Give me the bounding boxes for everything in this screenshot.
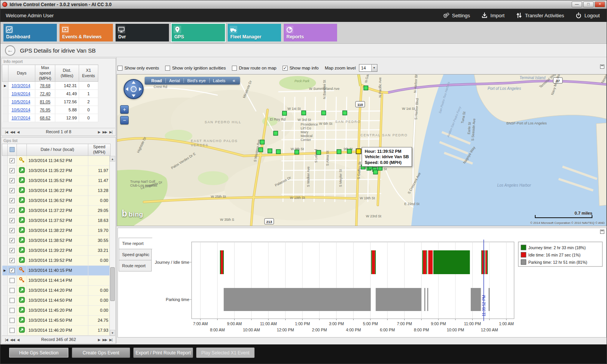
- max-speed-link[interactable]: 78.68: [35, 83, 55, 88]
- scroll-thumb[interactable]: [110, 267, 115, 301]
- last-page-button[interactable]: ▶|: [109, 338, 112, 342]
- compass-center[interactable]: [131, 86, 137, 92]
- max-speed-link[interactable]: 76.95: [35, 108, 55, 112]
- map-zoom-out-button[interactable]: −: [120, 116, 129, 124]
- column-header[interactable]: Speed(MPH): [88, 144, 111, 156]
- column-header[interactable]: Maxspeed(MPH): [35, 65, 55, 82]
- gps-marker[interactable]: [276, 150, 281, 154]
- date-link[interactable]: 10/6/2014: [12, 108, 30, 112]
- row-checkbox[interactable]: [10, 308, 15, 313]
- scroll-down-button[interactable]: ▼: [110, 330, 115, 336]
- next-page-button[interactable]: ▶: [98, 130, 100, 134]
- row-checkbox[interactable]: ✓: [10, 228, 15, 233]
- row-checkbox[interactable]: ✓: [10, 198, 15, 203]
- map-option-checkbox[interactable]: [232, 66, 237, 71]
- list-item[interactable]: ✓10/3/2014 11:35:22 PM11.97: [2, 165, 111, 175]
- gps-marker-selected[interactable]: [356, 149, 361, 154]
- gps-marker[interactable]: [364, 86, 368, 90]
- table-row[interactable]: 10/4/201472.4041.491: [2, 90, 98, 98]
- export-print-route-report-button[interactable]: Export / Print Route Report: [133, 347, 193, 358]
- list-item[interactable]: 10/3/2014 11:44:14 PM: [2, 275, 111, 285]
- bing-map[interactable]: 11021347Crest RdPeck ParkW Summerland Av…: [117, 74, 607, 226]
- map-maximize-icon[interactable]: [600, 65, 604, 69]
- list-item[interactable]: ✓10/3/2014 11:36:52 PM0.00: [2, 195, 111, 205]
- gps-list-scrollbar[interactable]: ▲ ▼: [109, 156, 115, 336]
- date-link[interactable]: 10/5/2014: [12, 99, 30, 104]
- row-checkbox[interactable]: ✓: [10, 188, 15, 193]
- list-item[interactable]: ▶✓10/3/2014 11:40:15 PM: [2, 265, 111, 275]
- nav-tab-fleet-manager[interactable]: Fleet Manager: [228, 24, 281, 41]
- pan-east-icon[interactable]: [139, 87, 142, 91]
- back-button[interactable]: ←: [5, 45, 15, 56]
- max-speed-link[interactable]: 72.40: [35, 91, 55, 96]
- tab-route-report[interactable]: Route report: [119, 260, 152, 271]
- table-row[interactable]: 10/7/201468.6212.990: [2, 114, 98, 122]
- gps-marker[interactable]: [302, 111, 306, 115]
- action-import[interactable]: Import: [481, 12, 504, 18]
- list-item[interactable]: ✓10/3/2014 11:39:52 PM0.00: [2, 255, 111, 265]
- prev-page-button[interactable]: ◀: [17, 338, 19, 342]
- gps-marker[interactable]: [337, 150, 341, 154]
- nav-tab-reports[interactable]: Reports: [284, 24, 337, 41]
- list-item[interactable]: 10/3/2014 11:46:20 PM17.93: [2, 325, 111, 335]
- row-checkbox[interactable]: ✓: [10, 248, 15, 253]
- list-item[interactable]: ✓10/3/2014 11:39:22 PM33.21: [2, 245, 111, 255]
- date-link[interactable]: 10/7/2014: [12, 116, 30, 120]
- list-item[interactable]: 10/3/2014 11:44:50 PM0.00: [2, 295, 111, 305]
- list-item[interactable]: ✓10/3/2014 11:38:52 PM30.55: [2, 235, 111, 245]
- gps-marker[interactable]: [347, 149, 352, 154]
- tab-time-report[interactable]: Time report: [119, 238, 152, 249]
- row-checkbox[interactable]: [10, 288, 15, 293]
- map-option-checkbox[interactable]: ✓: [283, 66, 288, 71]
- max-speed-link[interactable]: 68.62: [35, 116, 55, 120]
- gps-marker[interactable]: [374, 170, 378, 174]
- nav-tab-dashboard[interactable]: Dashboard: [3, 24, 57, 41]
- action-logout[interactable]: Logout: [576, 12, 600, 18]
- gps-marker[interactable]: [322, 111, 326, 115]
- column-header[interactable]: Date / hour (local): [27, 144, 88, 156]
- row-checkbox[interactable]: ✓: [10, 178, 15, 183]
- row-checkbox[interactable]: ✓: [10, 238, 15, 243]
- first-page-button[interactable]: |◀: [5, 130, 8, 134]
- table-row[interactable]: 10/5/201481.05172.562: [2, 98, 98, 106]
- row-checkbox[interactable]: [10, 278, 15, 283]
- gps-marker[interactable]: [343, 111, 347, 115]
- close-button[interactable]: ×: [595, 2, 605, 7]
- fast-next-button[interactable]: ▶▶: [103, 338, 107, 342]
- row-checkbox[interactable]: ✓: [10, 168, 15, 173]
- gps-marker[interactable]: [295, 150, 299, 154]
- date-link[interactable]: 10/3/2014: [12, 83, 30, 88]
- table-row[interactable]: 10/6/201476.955.880: [2, 106, 98, 114]
- row-checkbox[interactable]: [10, 318, 15, 323]
- map-zoom-select[interactable]: 14▼: [359, 64, 377, 72]
- map-zoom-in-button[interactable]: +: [120, 105, 129, 114]
- maximize-button[interactable]: □: [583, 2, 594, 7]
- date-link[interactable]: 10/4/2014: [12, 91, 30, 96]
- row-checkbox[interactable]: ✓: [10, 268, 15, 273]
- list-item[interactable]: ✓10/3/2014 11:37:52 PM18.63: [2, 215, 111, 225]
- prev-page-button[interactable]: ◀: [17, 130, 19, 134]
- row-checkbox[interactable]: [10, 298, 15, 303]
- first-page-button[interactable]: |◀: [5, 338, 8, 342]
- fast-next-button[interactable]: ▶▶: [103, 130, 107, 134]
- dropdown-arrow-icon[interactable]: ▼: [371, 65, 377, 71]
- map-labels-toggle[interactable]: Labels: [210, 78, 229, 83]
- pan-west-icon[interactable]: [126, 87, 128, 91]
- max-speed-link[interactable]: 81.05: [35, 99, 55, 104]
- nav-tab-gps[interactable]: GPS: [172, 24, 225, 41]
- map-compass-control[interactable]: [124, 79, 144, 99]
- list-item[interactable]: ✓10/3/2014 11:34:52 PM: [2, 156, 111, 165]
- row-checkbox[interactable]: ✓: [10, 218, 15, 223]
- table-row[interactable]: ▶10/3/201478.68142.310: [2, 82, 98, 90]
- column-header[interactable]: Days: [8, 65, 35, 82]
- row-checkbox[interactable]: [10, 328, 15, 333]
- list-item[interactable]: ✓10/3/2014 11:37:22 PM29.05: [2, 205, 111, 215]
- map-option-checkbox[interactable]: [117, 66, 122, 71]
- column-header[interactable]: X1 Events: [79, 65, 98, 82]
- nav-tab-events-reviews[interactable]: Events & Reviews: [60, 24, 113, 41]
- map-view-aerial[interactable]: Aerial: [166, 78, 184, 83]
- list-item[interactable]: ✓10/3/2014 11:38:22 PM19.70: [2, 225, 111, 235]
- fast-prev-button[interactable]: ◀◀: [10, 338, 15, 342]
- minimize-button[interactable]: —: [572, 2, 582, 7]
- action-settings[interactable]: Settings: [443, 12, 470, 18]
